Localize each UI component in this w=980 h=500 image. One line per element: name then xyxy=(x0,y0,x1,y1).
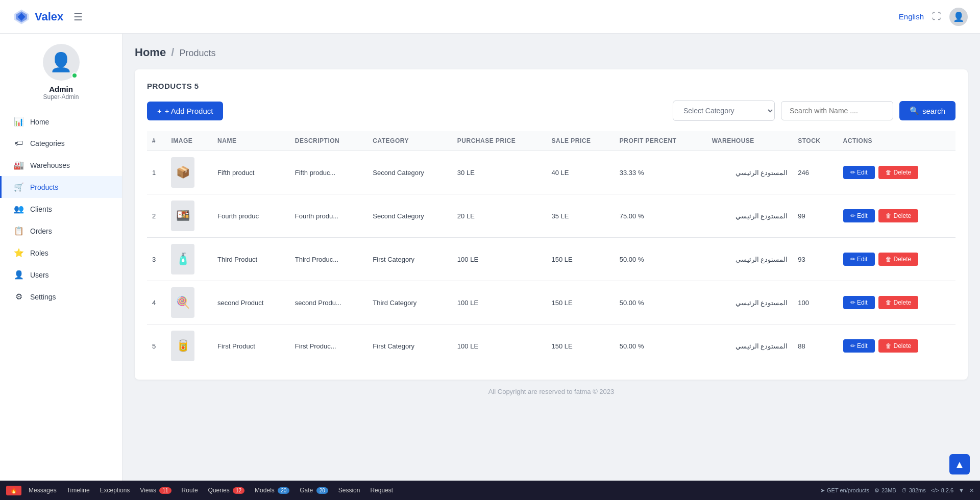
row-category: First Category xyxy=(368,324,452,368)
debug-queries[interactable]: Queries 12 xyxy=(203,485,250,496)
user-avatar[interactable]: 👤 xyxy=(949,8,968,26)
delete-button[interactable]: 🗑 Delete xyxy=(878,339,918,353)
debug-memory: ⚙ 23MB xyxy=(874,487,896,494)
debug-version: </> 8.2.6 xyxy=(931,487,953,493)
row-purchase-price: 30 LE xyxy=(452,151,547,194)
debug-models-badge: 20 xyxy=(278,487,289,494)
row-purchase-price: 100 LE xyxy=(452,324,547,368)
row-profit-percent: 33.33 % xyxy=(615,151,707,194)
row-category: First Category xyxy=(368,238,452,281)
product-image: 🍭 xyxy=(171,287,194,318)
clients-icon: 👥 xyxy=(14,204,24,214)
row-num: 3 xyxy=(147,238,166,281)
row-sale-price: 40 LE xyxy=(546,151,614,194)
home-icon: 📊 xyxy=(14,117,24,127)
row-num: 2 xyxy=(147,194,166,238)
product-image: 📦 xyxy=(171,157,194,188)
users-icon: 👤 xyxy=(14,270,24,280)
debug-route-path: ➤ GET en/products xyxy=(820,487,869,494)
debug-minimize[interactable]: ▼ xyxy=(959,487,964,493)
row-warehouse: المستودع الرئيسي xyxy=(707,194,793,238)
sidebar-username: Admin xyxy=(49,85,73,93)
edit-button[interactable]: ✏ Edit xyxy=(843,339,875,353)
delete-button[interactable]: 🗑 Delete xyxy=(878,296,918,309)
scroll-to-top-button[interactable]: ▲ xyxy=(949,454,970,474)
product-image: 🧴 xyxy=(171,244,194,274)
col-purchase-price: PURCHASE PRICE xyxy=(452,131,547,151)
table-row: 4 🍭 second Product second Produ... Third… xyxy=(147,281,955,324)
debug-exceptions[interactable]: Exceptions xyxy=(95,485,135,496)
online-dot xyxy=(71,72,78,79)
sidebar-item-home-label: Home xyxy=(30,118,49,126)
delete-button[interactable]: 🗑 Delete xyxy=(878,166,918,179)
debug-views[interactable]: Views 11 xyxy=(135,485,176,496)
row-name: First Product xyxy=(212,324,290,368)
col-warehouse: WAREHOUSE xyxy=(707,131,793,151)
delete-button[interactable]: 🗑 Delete xyxy=(878,253,918,266)
col-name: NAME xyxy=(212,131,290,151)
row-actions: ✏ Edit 🗑 Delete xyxy=(838,281,955,324)
debug-timeline[interactable]: Timeline xyxy=(62,485,95,496)
search-icon: 🔍 xyxy=(910,106,919,115)
add-icon: + xyxy=(157,107,162,115)
edit-button[interactable]: ✏ Edit xyxy=(843,209,875,222)
edit-button[interactable]: ✏ Edit xyxy=(843,253,875,266)
row-image: 🥫 xyxy=(166,324,212,368)
debug-icon-button[interactable]: 🔥 xyxy=(6,486,21,495)
products-table: # IMAGE NAME DESCRIPTION CATEGORY PURCHA… xyxy=(147,131,955,367)
footer-text: All Copyright are reserved to fatma © 20… xyxy=(488,388,615,395)
row-name: second Product xyxy=(212,281,290,324)
sidebar-item-warehouses[interactable]: 🏭 Warehouses xyxy=(0,154,122,176)
col-stock: STOCK xyxy=(793,131,838,151)
debug-request[interactable]: Request xyxy=(365,485,398,496)
row-warehouse: المستودع الرئيسي xyxy=(707,324,793,368)
debug-close[interactable]: ✕ xyxy=(969,487,974,494)
debug-gate[interactable]: Gate 20 xyxy=(295,485,333,496)
search-button[interactable]: 🔍 search xyxy=(899,101,955,120)
col-profit-percent: PROFIT PERCENT xyxy=(615,131,707,151)
debug-route[interactable]: Route xyxy=(177,485,203,496)
debug-session[interactable]: Session xyxy=(333,485,365,496)
row-name: Third Product xyxy=(212,238,290,281)
sidebar-item-clients-label: Clients xyxy=(30,205,52,213)
sidebar-item-roles[interactable]: ⭐ Roles xyxy=(0,242,122,264)
sidebar-item-clients[interactable]: 👥 Clients xyxy=(0,198,122,220)
sidebar-item-home[interactable]: 📊 Home xyxy=(0,111,122,133)
row-actions: ✏ Edit 🗑 Delete xyxy=(838,238,955,281)
add-product-button[interactable]: + + Add Product xyxy=(147,102,223,120)
avatar: 👤 xyxy=(43,44,80,81)
hamburger-menu[interactable]: ☰ xyxy=(74,11,83,23)
categories-icon: 🏷 xyxy=(14,139,24,148)
edit-button[interactable]: ✏ Edit xyxy=(843,166,875,179)
col-category: CATEGORY xyxy=(368,131,452,151)
row-profit-percent: 50.00 % xyxy=(615,324,707,368)
sidebar-item-products-label: Products xyxy=(30,183,58,191)
row-description: First Produc... xyxy=(290,324,368,368)
search-input[interactable] xyxy=(781,101,893,120)
sidebar-user: 👤 Admin Super-Admin xyxy=(43,44,80,101)
products-card: PRODUCTS 5 + + Add Product Select Catego… xyxy=(135,69,968,380)
row-stock: 99 xyxy=(793,194,838,238)
row-image: 📦 xyxy=(166,151,212,194)
sidebar-item-categories[interactable]: 🏷 Categories xyxy=(0,133,122,154)
col-description: DESCRIPTION xyxy=(290,131,368,151)
row-purchase-price: 100 LE xyxy=(452,281,547,324)
row-stock: 93 xyxy=(793,238,838,281)
edit-button[interactable]: ✏ Edit xyxy=(843,296,875,309)
col-sale-price: SALE PRICE xyxy=(546,131,614,151)
row-name: Fifth product xyxy=(212,151,290,194)
category-select[interactable]: Select Category First Category Second Ca… xyxy=(673,101,775,121)
products-icon: 🛒 xyxy=(14,182,24,192)
sidebar-item-warehouses-label: Warehouses xyxy=(30,161,70,169)
sidebar-item-users[interactable]: 👤 Users xyxy=(0,264,122,286)
sidebar-item-settings[interactable]: ⚙ Settings xyxy=(0,286,122,308)
language-selector[interactable]: English xyxy=(899,12,924,21)
sidebar-item-products[interactable]: 🛒 Products xyxy=(0,176,122,198)
debug-messages[interactable]: Messages xyxy=(23,485,62,496)
row-actions: ✏ Edit 🗑 Delete xyxy=(838,194,955,238)
product-image: 🍱 xyxy=(171,201,194,231)
sidebar-item-orders[interactable]: 📋 Orders xyxy=(0,220,122,242)
delete-button[interactable]: 🗑 Delete xyxy=(878,209,918,222)
debug-models[interactable]: Models 20 xyxy=(250,485,295,496)
fullscreen-button[interactable]: ⛶ xyxy=(932,11,941,22)
